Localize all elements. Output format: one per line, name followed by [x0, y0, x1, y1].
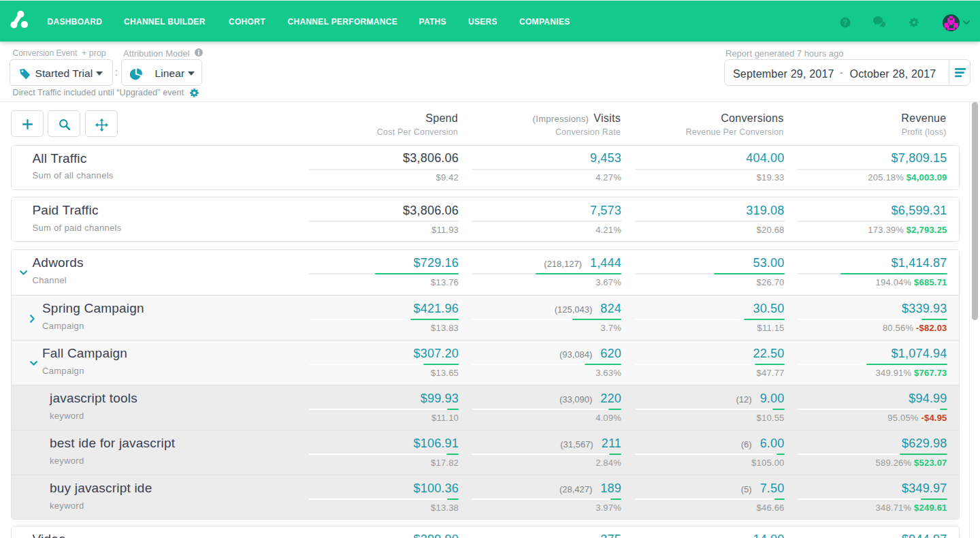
- svg-text:?: ?: [843, 18, 847, 26]
